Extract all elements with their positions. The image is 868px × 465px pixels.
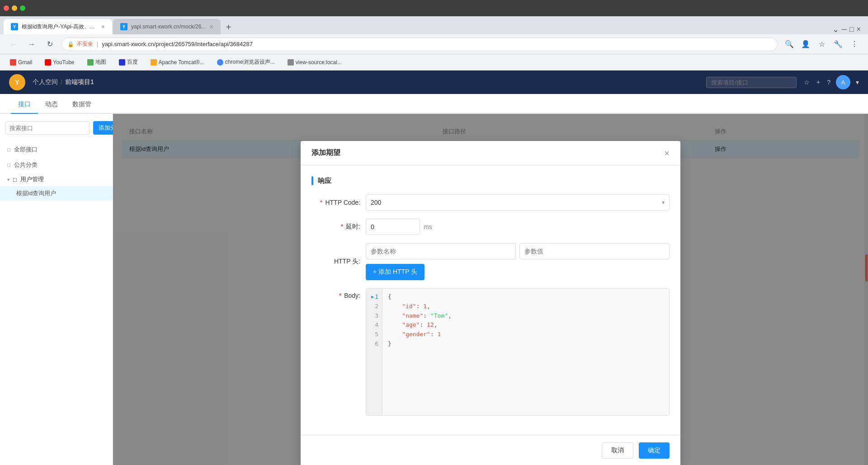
line-num-6: 6 xyxy=(368,339,380,349)
user-avatar[interactable]: A xyxy=(836,75,850,89)
search-btn[interactable]: 🔍 xyxy=(783,38,796,51)
favicon-youtube xyxy=(45,59,51,66)
required-mark-httpcode: * xyxy=(320,199,322,206)
param-value-input[interactable] xyxy=(519,243,670,259)
bookmark-maps[interactable]: 地图 xyxy=(85,57,109,67)
modal-footer: 取消 确定 xyxy=(301,435,680,465)
http-headers-inputs xyxy=(366,243,670,259)
breadcrumb: 个人空间 / 前端项目1 xyxy=(33,78,94,86)
body-code-editor[interactable]: ▶1 2 3 4 5 6 { "i xyxy=(366,288,670,416)
sidebar-item-public-label: 公共分类 xyxy=(14,161,38,169)
new-tab-button[interactable]: + xyxy=(222,20,236,34)
delay-input[interactable] xyxy=(366,219,420,235)
restore-btn[interactable]: □ xyxy=(849,25,854,33)
label-delay: * 延时: xyxy=(311,223,366,231)
header-icons: ☆ ＋ ? A ▾ xyxy=(804,75,859,89)
line-num-4: 4 xyxy=(368,320,380,330)
browser-tab-inactive[interactable]: Y yapi.smart-xwork.cn/mock/26... × xyxy=(113,19,221,34)
bookmark-gmail[interactable]: Gmail xyxy=(7,58,35,66)
label-httpcode: * HTTP Code: xyxy=(311,199,366,206)
help-icon[interactable]: ? xyxy=(827,79,830,86)
sidebar-item-all[interactable]: □ 全部接口 xyxy=(0,142,113,157)
bookmark-source[interactable]: view-source:local... xyxy=(285,58,344,66)
back-button[interactable]: ← xyxy=(7,38,20,51)
breadcrumb-current: 前端项目1 xyxy=(65,78,94,86)
browser-addressbar: ← → ↻ 🔒 不安全 | yapi.smart-xwork.cn/projec… xyxy=(0,34,868,54)
favicon-source xyxy=(288,59,294,66)
profile-btn[interactable]: 👤 xyxy=(799,38,812,51)
bookmark-btn[interactable]: ☆ xyxy=(816,38,828,51)
sidebar-item-public[interactable]: □ 公共分类 xyxy=(0,157,113,173)
extensions-btn[interactable]: 🔧 xyxy=(832,38,844,51)
browser-tabs-bar: Y 根据id查询用户-YApi-高效、易... × Y yapi.smart-x… xyxy=(0,16,868,34)
favicon-baidu xyxy=(119,59,125,66)
tab-title-active: 根据id查询用户-YApi-高效、易... xyxy=(22,23,98,31)
sidebar-item-queryuser-label: 根据id查询用户 xyxy=(16,189,56,197)
breadcrumb-root[interactable]: 个人空间 xyxy=(33,78,58,86)
form-row-httpheaders: HTTP 头: + 添加 HTTP 头 xyxy=(311,243,670,280)
browser-action-buttons: 🔍 👤 ☆ 🔧 ⋮ xyxy=(783,38,861,51)
bookmark-baidu[interactable]: 百度 xyxy=(116,57,141,67)
label-body: * Body: xyxy=(311,288,366,299)
modal-close-button[interactable]: × xyxy=(664,149,670,158)
sidebar-search-input[interactable] xyxy=(5,121,90,135)
avatar-chevron[interactable]: ▾ xyxy=(856,79,859,86)
modal-header: 添加期望 × xyxy=(301,141,680,165)
body-control: ▶1 2 3 4 5 6 { "i xyxy=(366,288,670,416)
forward-button[interactable]: → xyxy=(25,38,38,51)
favicon-maps xyxy=(87,59,94,66)
tab-close-btn-2[interactable]: × xyxy=(209,23,213,30)
tab-interface[interactable]: 接口 xyxy=(11,96,38,114)
tab-favicon-2: Y xyxy=(120,23,127,30)
section-title-response: 响应 xyxy=(318,177,331,185)
httpcode-control: 200 ▾ xyxy=(366,194,670,211)
menu-btn[interactable]: ⋮ xyxy=(848,38,861,51)
folder-icon-usermanage: □ xyxy=(13,176,17,183)
bookmarks-bar: Gmail YouTube 地图 百度 Apache Tomcat®... ch… xyxy=(0,54,868,70)
tab-close-btn[interactable]: × xyxy=(101,23,105,30)
tab-datamanage[interactable]: 数据管 xyxy=(65,96,99,114)
url-text: yapi.smart-xwork.cn/project/265759/inter… xyxy=(102,41,253,47)
delay-suffix: ms xyxy=(424,223,432,230)
header-search-input[interactable] xyxy=(706,77,797,88)
add-http-header-button[interactable]: + 添加 HTTP 头 xyxy=(366,264,425,280)
line-numbers: ▶1 2 3 4 5 6 xyxy=(366,289,382,415)
yapi-main: 接口名称 接口路径 操作 根据id查询用户 /api/user/{id} 操作 xyxy=(113,114,868,465)
minimize-btn[interactable]: ─ xyxy=(842,25,847,33)
folder-icon-all: □ xyxy=(7,146,10,153)
insecure-label: 不安全 xyxy=(77,40,93,48)
label-httpcode-text: HTTP Code: xyxy=(325,199,360,206)
modal-overlay: 添加期望 × 响应 xyxy=(113,114,868,465)
sidebar-section-usermanage[interactable]: ▾ □ 用户管理 xyxy=(0,173,113,186)
tab-list-btn[interactable]: ⌄ xyxy=(832,24,839,34)
tab-dynamic[interactable]: 动态 xyxy=(38,96,65,114)
star-icon[interactable]: ☆ xyxy=(804,79,810,86)
browser-tab-active[interactable]: Y 根据id查询用户-YApi-高效、易... × xyxy=(4,19,112,34)
line-num-2: 2 xyxy=(368,302,380,311)
close-btn[interactable]: × xyxy=(857,25,861,33)
httpheaders-control: + 添加 HTTP 头 xyxy=(366,243,670,280)
form-row-delay: * 延时: ms xyxy=(311,219,670,235)
bookmark-chrome[interactable]: chrome浏览器设声... xyxy=(214,57,278,67)
app-area: Y 个人空间 / 前端项目1 ☆ ＋ ? A ▾ 接口 xyxy=(0,70,868,465)
sidebar-item-all-label: 全部接口 xyxy=(14,146,38,154)
sidebar-section-usermanage-label: 用户管理 xyxy=(20,175,44,183)
bookmark-tomcat[interactable]: Apache Tomcat®... xyxy=(148,58,207,66)
confirm-button[interactable]: 确定 xyxy=(639,442,670,459)
plus-icon[interactable]: ＋ xyxy=(815,78,821,86)
section-header-response: 响应 xyxy=(311,176,670,185)
refresh-button[interactable]: ↻ xyxy=(43,38,56,51)
required-mark-body: * xyxy=(339,292,341,299)
httpcode-value: 200 xyxy=(371,199,381,206)
cancel-button[interactable]: 取消 xyxy=(602,442,633,459)
delay-control: ms xyxy=(366,219,670,235)
param-name-input[interactable] xyxy=(366,243,516,259)
bookmark-chrome-label: chrome浏览器设声... xyxy=(225,58,275,66)
code-content[interactable]: { "id": 1, "name": "Tom", "age": 12, "ge… xyxy=(382,289,669,415)
address-bar[interactable]: 🔒 不安全 | yapi.smart-xwork.cn/project/2657… xyxy=(61,38,778,51)
code-editor-inner: ▶1 2 3 4 5 6 { "i xyxy=(366,289,669,415)
browser-frame: Y 根据id查询用户-YApi-高效、易... × Y yapi.smart-x… xyxy=(0,0,868,465)
bookmark-youtube[interactable]: YouTube xyxy=(42,58,77,66)
sidebar-item-queryuser[interactable]: 根据id查询用户 xyxy=(0,186,113,201)
httpcode-select[interactable]: 200 ▾ xyxy=(366,194,670,211)
